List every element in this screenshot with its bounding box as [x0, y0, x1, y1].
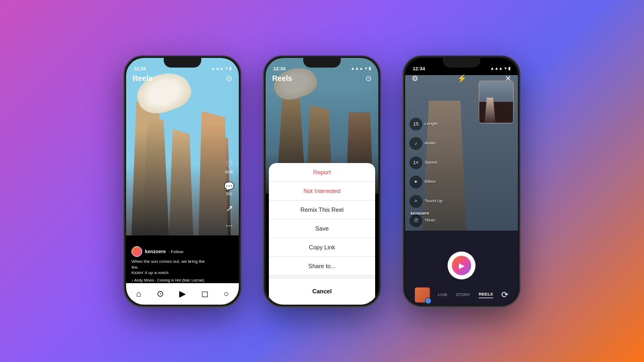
p2-camera-icon[interactable]: ⊙ [365, 74, 372, 83]
speed-control[interactable]: 1× Speed [409, 156, 443, 169]
caption: When the sun comes out, we bring the fir… [131, 259, 212, 276]
length-label: Length [425, 121, 437, 126]
music-text: ♪ Andy Mineo · Coming in Hot (feat. Lecr… [131, 278, 204, 282]
touchup-control[interactable]: ✧ Touch Up [409, 195, 443, 208]
wifi-icon-3: ▾ [504, 66, 507, 71]
phone1-top-bar: Reels ⊙ [126, 74, 239, 83]
battery-icon-3: ▮ [508, 66, 510, 71]
share-action[interactable]: ↗ [226, 203, 233, 213]
nav-profile-icon[interactable]: ○ [224, 289, 229, 299]
nav-search-icon[interactable]: ⊙ [157, 289, 164, 299]
camera-bottom: ▶ LIVE STORY REELS ⟳ [405, 231, 518, 305]
capture-btn-inner: ▶ [452, 256, 471, 275]
notch-2 [303, 58, 341, 68]
wifi-icon: ▾ [225, 66, 228, 71]
person-silhouette-1 [142, 120, 169, 235]
signal-icon-3: ▲▲▲ [490, 66, 503, 71]
action-sheet: Report Not Interested Remix This Reel Sa… [269, 163, 375, 305]
notch-3 [443, 58, 480, 68]
settings-icon[interactable]: ⚙ [412, 74, 419, 83]
caption-line1: When the sun comes out, we bring the fir… [131, 259, 205, 269]
camera-preview: 15 Length ♪ Audio 1× Speed ✦ Effect [405, 75, 518, 248]
battery-icon-2: ▮ [369, 66, 371, 71]
phone3-top-bar: ⚙ ⚡ ✕ [405, 74, 518, 83]
sheet-copy-link[interactable]: Copy Link [269, 238, 375, 257]
nav-shop-icon[interactable]: ◻ [201, 289, 208, 299]
phone-3: 12:34 ▲▲▲ ▾ ▮ ⚙ ⚡ ✕ [402, 55, 521, 307]
phone2-top-bar: Reels ⊙ [266, 74, 378, 83]
phone-2: 12:34 ▲▲▲ ▾ ▮ Reels ⊙ [263, 55, 381, 307]
phone-1: 12:34 ▲▲▲ ▾ ▮ Reels ⊙ [123, 55, 241, 307]
avatar [131, 246, 142, 257]
status-time-1: 12:34 [134, 66, 146, 71]
caption-line2: Kickin' it up a notch. [131, 270, 170, 275]
more-icon: ··· [225, 221, 232, 231]
phone1-title: Reels [133, 74, 152, 83]
comment-count: 551 [224, 192, 235, 196]
touchup-label: Touch Up [425, 198, 443, 203]
effect-label: Effect [425, 179, 435, 184]
gallery-thumb[interactable] [415, 287, 430, 302]
sheet-report[interactable]: Report [269, 163, 375, 182]
sheet-save[interactable]: Save [269, 219, 375, 238]
effect-control[interactable]: ✦ Effect [409, 175, 443, 188]
person-silhouette-2 [169, 129, 193, 235]
camera-flip-icon[interactable]: ⟳ [501, 290, 508, 300]
sheet-share-to[interactable]: Share to... [269, 257, 375, 276]
notch-1 [164, 58, 201, 68]
user-row: kenzoere · Follow [131, 246, 212, 257]
status-icons-2: ▲▲▲ ▾ ▮ [350, 66, 371, 71]
sheet-separator [269, 276, 375, 279]
phone2-title: Reels [272, 74, 292, 83]
camera-username: kenzoere [411, 211, 429, 216]
nav-home-icon[interactable]: ⌂ [136, 289, 141, 299]
more-action[interactable]: ··· [225, 221, 232, 231]
like-count: 823k [225, 170, 233, 174]
status-icons-1: ▲▲▲ ▾ ▮ [211, 66, 231, 71]
signal-icon: ▲▲▲ [211, 66, 224, 71]
status-time-3: 12:34 [413, 66, 425, 71]
effect-circle: ✦ [409, 175, 422, 188]
sheet-remix[interactable]: Remix This Reel [269, 201, 375, 219]
battery-icon: ▮ [229, 66, 231, 71]
music-row: ♪ Andy Mineo · Coming in Hot (feat. Lecr… [131, 278, 212, 282]
length-circle: 15 [409, 117, 422, 130]
status-time-2: 12:34 [273, 66, 286, 71]
like-action[interactable]: ♡ 823k [225, 159, 233, 174]
nav-reels-icon[interactable]: ▶ [179, 289, 186, 299]
timer-control[interactable]: ⏱ Timer [409, 214, 443, 227]
length-control[interactable]: 15 Length [409, 117, 443, 130]
tab-reels[interactable]: REELS [479, 292, 493, 298]
camera-thumb [479, 80, 514, 123]
wifi-icon-2: ▾ [365, 66, 367, 71]
audio-circle: ♪ [409, 137, 422, 150]
tab-story[interactable]: STORY [456, 292, 470, 297]
bottom-nav: ⌂ ⊙ ▶ ◻ ○ [126, 283, 239, 305]
side-actions: ♡ 823k 💬 551 ↗ ··· [224, 159, 235, 231]
flash-icon[interactable]: ⚡ [457, 74, 466, 83]
bottom-info: kenzoere · Follow When the sun comes out… [126, 246, 217, 282]
camera-icon[interactable]: ⊙ [226, 74, 232, 83]
follow-label[interactable]: · Follow [169, 249, 184, 254]
status-icons-3: ▲▲▲ ▾ ▮ [490, 66, 510, 71]
sheet-not-interested[interactable]: Not Interested [269, 182, 375, 201]
comment-action[interactable]: 💬 551 [224, 181, 235, 196]
speed-label: Speed [425, 160, 437, 165]
speed-circle: 1× [409, 156, 422, 169]
close-icon[interactable]: ✕ [505, 74, 511, 83]
username: kenzoere [145, 249, 166, 254]
tab-live[interactable]: LIVE [438, 292, 447, 297]
timer-label: Timer [425, 218, 435, 223]
signal-icon-2: ▲▲▲ [350, 66, 363, 71]
audio-control[interactable]: ♪ Audio [409, 137, 443, 150]
audio-label: Audio [425, 141, 435, 145]
thumb-sky [479, 81, 513, 102]
timer-circle: ⏱ [409, 214, 422, 227]
capture-button[interactable]: ▶ [448, 252, 475, 279]
sheet-cancel[interactable]: Cancel [269, 282, 375, 300]
camera-tabs: LIVE STORY REELS ⟳ [405, 285, 518, 305]
reel-background [126, 58, 239, 235]
touchup-circle: ✧ [409, 195, 422, 208]
thumb-ground [479, 102, 513, 123]
